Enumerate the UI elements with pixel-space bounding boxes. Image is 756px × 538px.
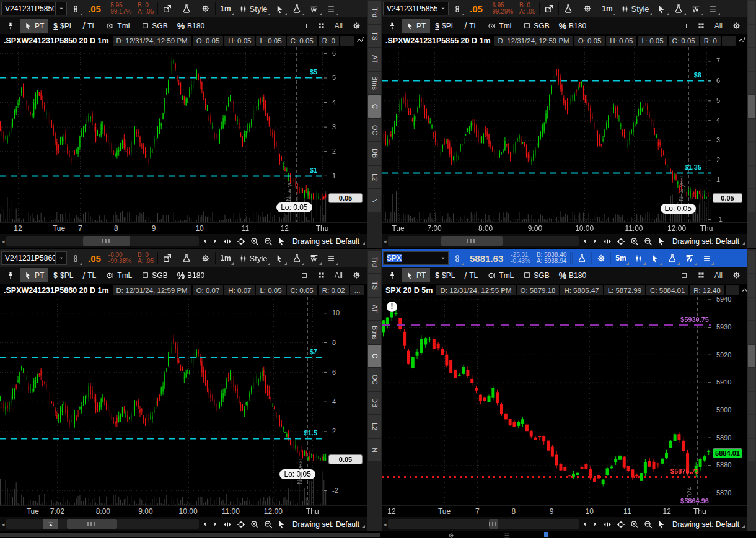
all-button[interactable]: All <box>710 268 727 282</box>
chart-scrollbar[interactable] <box>6 519 199 529</box>
maximize-button[interactable] <box>296 268 312 282</box>
grid-layout-button[interactable] <box>313 19 330 33</box>
studies-flask-button[interactable] <box>289 250 305 266</box>
pt-tool-button[interactable]: PT <box>402 268 430 282</box>
zoom-in-button[interactable] <box>248 518 261 531</box>
drawings-button[interactable] <box>682 250 698 266</box>
sidebar-tab-c[interactable] <box>748 345 755 367</box>
chart-mode-icon[interactable] <box>741 284 747 297</box>
chart-settings-button[interactable] <box>579 1 596 17</box>
scrollbar-thumb[interactable] <box>83 236 130 246</box>
cursor-tool-button[interactable] <box>272 1 288 17</box>
drawing-set-label[interactable]: Drawing set: Default <box>669 520 741 529</box>
sidebar-tab-at[interactable] <box>748 48 755 71</box>
timeframe-button[interactable]: 5m <box>612 250 629 266</box>
all-button[interactable]: All <box>330 268 347 282</box>
chart-panel[interactable]: V241231P5850 .05 -5.95-99.17% B: 0A: .05… <box>0 0 367 248</box>
pt-tool-button[interactable]: PT <box>20 268 48 282</box>
grid-layout-button[interactable] <box>693 268 710 282</box>
sidebar-tab-trd[interactable] <box>748 1 755 24</box>
candlestick-canvas[interactable] <box>382 47 711 222</box>
all-button[interactable]: All <box>330 19 347 33</box>
sidebar-tab-ts[interactable] <box>748 274 755 297</box>
pin-button[interactable] <box>384 19 401 33</box>
chart-plot-area[interactable]: -2246810 $7$1.50.05Lo: 0.05New year <box>0 297 367 505</box>
zoom-out-button[interactable] <box>262 518 275 531</box>
chart-panel[interactable]: V241231P5855 .05 -6.95-99.29% B: 0A: .05… <box>382 0 747 248</box>
scroll-right-button[interactable] <box>211 235 220 248</box>
studies-flask-button[interactable] <box>670 1 687 17</box>
candlestick-canvas[interactable] <box>0 297 327 505</box>
sidebar-tab-c[interactable]: C <box>368 345 381 367</box>
sidebar-tab-n[interactable]: N <box>368 439 381 461</box>
link-button[interactable] <box>450 250 465 266</box>
sidebar-tab-db[interactable] <box>748 142 755 165</box>
chevron-down-icon[interactable] <box>55 252 66 264</box>
list-icon[interactable] <box>503 531 511 538</box>
scrollbar-thumb[interactable] <box>67 519 117 529</box>
sgb-tool-button[interactable]: SGB <box>137 268 172 282</box>
trendline-tool-button[interactable]: /TL <box>78 19 100 33</box>
timeframe-button[interactable]: 1m <box>217 250 234 266</box>
menu-list-button[interactable] <box>705 1 721 17</box>
pointer-button[interactable] <box>276 235 288 248</box>
price-level-label[interactable]: $5 <box>310 68 317 76</box>
scrollbar-thumb[interactable] <box>441 236 503 246</box>
scroll-right-button[interactable] <box>591 235 600 248</box>
sgb-tool-button[interactable]: SGB <box>137 19 172 33</box>
pointer-button[interactable] <box>276 518 288 531</box>
scroll-right-button[interactable] <box>591 518 600 531</box>
symbol-input[interactable]: V241231P5855 <box>383 2 449 15</box>
analysis-flask-button[interactable] <box>560 1 576 17</box>
header-more[interactable]: ... <box>350 285 364 295</box>
sidebar-tab-ts[interactable]: TS <box>368 25 381 47</box>
collapse-panel-button[interactable] <box>43 519 58 529</box>
maximize-button[interactable] <box>296 19 312 33</box>
sidebar-tab-db[interactable]: DB <box>368 392 381 414</box>
sidebar-tab-trd[interactable] <box>748 251 755 273</box>
scrollbar-thumb[interactable] <box>489 519 498 529</box>
pan-button[interactable] <box>601 235 613 248</box>
pt-tool-button[interactable]: PT <box>402 19 430 33</box>
chart-mode-icon[interactable] <box>737 35 747 47</box>
sgb-tool-button[interactable]: SGB <box>519 268 553 282</box>
drawing-set-label[interactable]: Drawing set: Default <box>289 520 361 529</box>
scroll-left-button[interactable] <box>200 518 209 531</box>
chart-mode-icon[interactable] <box>355 35 367 47</box>
drawings-button[interactable] <box>306 250 322 266</box>
link-button[interactable] <box>450 1 465 17</box>
zoom-in-button[interactable] <box>248 235 261 248</box>
scroll-left-button[interactable] <box>580 518 589 531</box>
symbol-input[interactable]: V241231P5860 <box>1 251 67 265</box>
studies-flask-button[interactable] <box>664 250 680 266</box>
timeframe-button[interactable]: 1m <box>217 1 234 17</box>
menu-list-button[interactable] <box>699 250 714 266</box>
pin-button[interactable] <box>2 268 19 282</box>
trendline-tool-button[interactable]: /TL <box>460 19 482 33</box>
sidebar-tab-btns[interactable] <box>748 72 755 94</box>
b180-tool-button[interactable]: %B180 <box>173 19 209 33</box>
sidebar-tab-db[interactable] <box>748 392 755 414</box>
studies-flask-button[interactable] <box>289 1 305 17</box>
drawing-set-caret-icon[interactable] <box>742 242 745 245</box>
timeline-tool-button[interactable]: TmL <box>101 268 136 282</box>
menu-list-button[interactable] <box>323 1 339 17</box>
scroll-left-button[interactable] <box>200 235 209 248</box>
scroll-left-button[interactable] <box>580 235 589 248</box>
chart-scrollbar[interactable] <box>388 236 579 246</box>
zoom-out-button[interactable] <box>642 235 654 248</box>
price-level-label[interactable]: $5930.75 <box>680 316 709 323</box>
chart-settings-button[interactable] <box>198 1 214 17</box>
chart-style-button[interactable] <box>631 250 646 266</box>
menu-list-button[interactable] <box>323 250 339 266</box>
price-level-label[interactable]: $1.5 <box>304 429 317 436</box>
scroll-left-edge-icon[interactable]: ◂ <box>384 521 387 527</box>
chart-plot-area[interactable]: 123456 $5$10.05Lo: 0.05New year <box>0 47 367 222</box>
sidebar-tab-at[interactable]: AT <box>368 298 381 320</box>
settings-gear-button[interactable] <box>348 19 366 33</box>
drawing-set-caret-icon[interactable] <box>362 525 365 528</box>
grid-layout-button[interactable] <box>693 19 710 33</box>
sidebar-tab-l2[interactable] <box>748 166 755 188</box>
chart-settings-button[interactable] <box>593 250 609 266</box>
drawing-set-caret-icon[interactable] <box>742 525 745 528</box>
